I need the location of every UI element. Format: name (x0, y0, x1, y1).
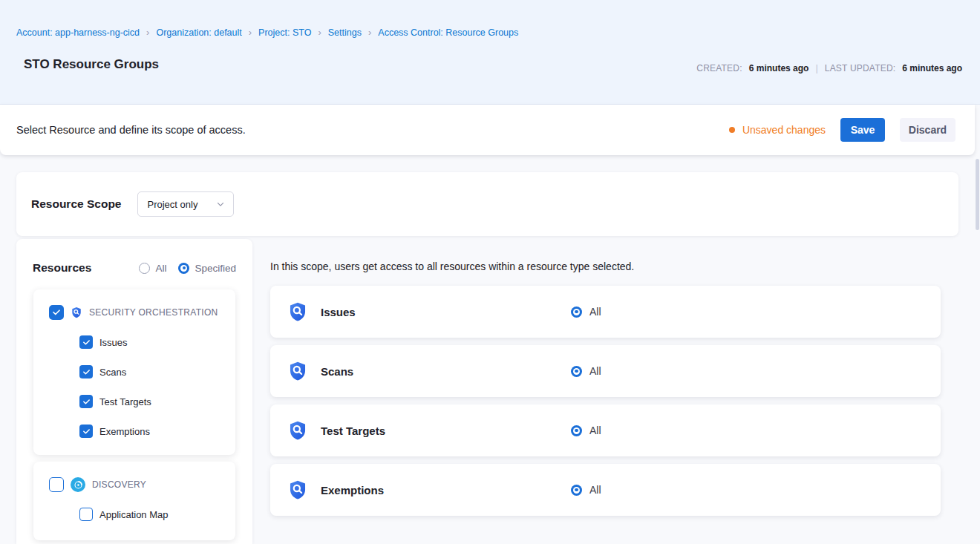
breadcrumb-link-account[interactable]: Account: app-harness-ng-cicd (16, 27, 140, 38)
radio-option-all[interactable]: All (139, 263, 166, 274)
checkbox-unchecked[interactable] (49, 477, 64, 492)
unsaved-changes-label: Unsaved changes (742, 124, 826, 136)
chevron-right-icon: › (318, 27, 321, 37)
resource-row-title: Scans (321, 365, 558, 378)
group-header: SECURITY ORCHESTRATION (33, 289, 235, 320)
resource-row-title: Exemptions (321, 484, 558, 497)
page-title: STO Resource Groups (24, 57, 159, 72)
access-all-label: All (589, 484, 601, 496)
chevron-right-icon: › (368, 27, 371, 37)
radio-unselected-icon[interactable] (139, 263, 150, 274)
chevron-right-icon: › (146, 27, 149, 37)
sto-shield-icon (287, 479, 308, 500)
group-items: Issues Scans Test Targets Exemptions (33, 320, 235, 438)
radio-option-specified[interactable]: Specified (178, 263, 236, 274)
resource-row-scans: Scans All (270, 345, 941, 397)
group-header: DISCOVERY (33, 462, 235, 492)
resource-row-title: Test Targets (321, 425, 558, 437)
checkbox-checked[interactable] (79, 425, 93, 438)
resource-item-test-targets: Test Targets (79, 395, 235, 408)
resource-group-discovery: DISCOVERY Application Map (33, 462, 235, 540)
breadcrumb-link-settings[interactable]: Settings (328, 27, 362, 38)
radio-selected-icon[interactable] (571, 425, 582, 436)
unsaved-changes-indicator: Unsaved changes (729, 124, 826, 136)
chevron-right-icon: › (249, 27, 252, 37)
access-radio-group: All (571, 306, 601, 318)
group-label: SECURITY ORCHESTRATION (89, 307, 218, 318)
access-all-label: All (589, 365, 601, 377)
scope-intro-text: In this scope, users get access to all r… (270, 260, 634, 272)
last-updated-value: 6 minutes ago (902, 63, 962, 73)
checkbox-checked[interactable] (79, 335, 93, 349)
resource-scope-label: Resource Scope (31, 197, 121, 211)
resource-row-test-targets: Test Targets All (270, 404, 941, 456)
resources-header: Resources All Specified (16, 239, 252, 275)
created-label: CREATED: (696, 63, 742, 73)
resource-row-exemptions: Exemptions All (270, 464, 941, 516)
resource-group-security-orchestration: SECURITY ORCHESTRATION Issues Scans Test… (33, 289, 235, 455)
checkbox-checked[interactable] (79, 395, 93, 408)
discard-button[interactable]: Discard (900, 118, 956, 142)
checkbox-unchecked[interactable] (79, 508, 93, 521)
item-label: Scans (99, 367, 126, 378)
item-label: Exemptions (99, 426, 150, 437)
resources-sidebar: Resources All Specified (16, 239, 252, 544)
sto-shield-icon (287, 361, 308, 381)
chevron-down-icon (215, 199, 226, 209)
resource-item-exemptions: Exemptions (79, 425, 235, 438)
radio-selected-icon[interactable] (178, 263, 189, 274)
group-label: DISCOVERY (92, 479, 146, 490)
resource-row-title: Issues (321, 306, 558, 318)
checkbox-checked[interactable] (79, 365, 93, 378)
checkbox-checked[interactable] (49, 305, 64, 320)
sto-shield-icon (287, 420, 308, 441)
access-radio-group: All (571, 484, 601, 496)
radio-selected-icon[interactable] (571, 485, 582, 496)
header-meta: CREATED: 6 minutes ago | LAST UPDATED: 6… (696, 62, 962, 73)
radio-selected-icon[interactable] (571, 366, 582, 377)
breadcrumb-link-access-control[interactable]: Access Control: Resource Groups (378, 27, 518, 38)
breadcrumb: Account: app-harness-ng-cicd › Organizat… (16, 27, 518, 38)
resources-mode-radios: All Specified (139, 263, 236, 274)
toolbar: Select Resource and define its scope of … (0, 105, 975, 155)
breadcrumb-link-organization[interactable]: Organization: default (156, 27, 241, 38)
resource-scope-selected-value: Project only (147, 199, 197, 210)
resource-scope-card: Resource Scope Project only (16, 172, 958, 236)
access-all-label: All (589, 425, 601, 436)
resource-item-issues: Issues (79, 335, 235, 349)
resource-group-page: Account: app-harness-ng-cicd › Organizat… (0, 0, 980, 544)
sto-shield-icon (287, 301, 308, 322)
save-button[interactable]: Save (840, 118, 885, 142)
resource-row-issues: Issues All (270, 286, 941, 338)
item-label: Issues (99, 337, 128, 348)
item-label: Application Map (99, 509, 169, 520)
scrollbar-thumb[interactable] (976, 159, 979, 230)
breadcrumb-link-project[interactable]: Project: STO (258, 27, 311, 38)
toolbar-description: Select Resource and define its scope of … (16, 124, 246, 136)
page-header: Account: app-harness-ng-cicd › Organizat… (0, 0, 980, 105)
item-label: Test Targets (99, 396, 151, 407)
radio-specified-label: Specified (195, 263, 236, 274)
radio-selected-icon[interactable] (571, 307, 582, 318)
resource-item-scans: Scans (79, 365, 235, 378)
toolbar-actions: Unsaved changes Save Discard (729, 118, 956, 142)
access-radio-group: All (571, 365, 601, 377)
resource-scope-select[interactable]: Project only (137, 191, 234, 217)
resources-title: Resources (33, 261, 91, 275)
sto-shield-icon (71, 307, 82, 318)
discovery-icon (71, 477, 85, 492)
resource-item-application-map: Application Map (79, 508, 235, 521)
radio-all-label: All (155, 263, 166, 274)
unsaved-dot-icon (729, 127, 735, 133)
last-updated-label: LAST UPDATED: (825, 63, 896, 73)
access-all-label: All (589, 306, 601, 318)
created-value: 6 minutes ago (749, 63, 809, 73)
access-radio-group: All (571, 425, 601, 436)
meta-divider: | (815, 62, 817, 73)
group-items: Application Map (33, 492, 235, 521)
